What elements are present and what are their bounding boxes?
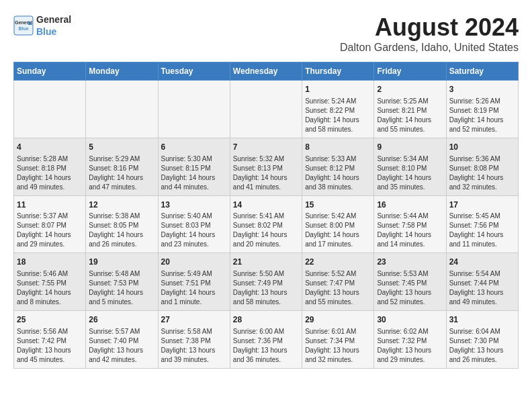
- day-info: Sunrise: 5:37 AM Sunset: 8:07 PM Dayligh…: [17, 212, 83, 249]
- day-info: Sunrise: 5:30 AM Sunset: 8:15 PM Dayligh…: [161, 154, 227, 192]
- day-info: Sunrise: 5:50 AM Sunset: 7:49 PM Dayligh…: [233, 269, 299, 307]
- calendar-cell: 9Sunrise: 5:34 AM Sunset: 8:10 PM Daylig…: [374, 138, 446, 195]
- weekday-header-sunday: Sunday: [14, 62, 86, 81]
- day-number: 25: [17, 314, 83, 326]
- day-info: Sunrise: 5:24 AM Sunset: 8:22 PM Dayligh…: [305, 97, 371, 134]
- calendar-cell: 20Sunrise: 5:49 AM Sunset: 7:51 PM Dayli…: [158, 253, 230, 311]
- day-number: 18: [17, 257, 83, 268]
- page-header: August 2024 Dalton Gardens, Idaho, Unite…: [340, 13, 519, 54]
- calendar-cell: 28Sunrise: 6:00 AM Sunset: 7:36 PM Dayli…: [230, 311, 302, 369]
- day-info: Sunrise: 5:44 AM Sunset: 7:58 PM Dayligh…: [377, 212, 443, 249]
- day-number: 14: [233, 199, 299, 211]
- day-number: 5: [89, 142, 154, 153]
- day-info: Sunrise: 5:41 AM Sunset: 8:02 PM Dayligh…: [233, 212, 299, 249]
- logo-blue: Blue: [36, 26, 56, 37]
- day-number: 12: [89, 199, 154, 211]
- day-info: Sunrise: 5:32 AM Sunset: 8:13 PM Dayligh…: [233, 154, 299, 192]
- day-number: 29: [305, 314, 371, 326]
- calendar-cell: 8Sunrise: 5:33 AM Sunset: 8:12 PM Daylig…: [302, 138, 374, 195]
- calendar-cell: 16Sunrise: 5:44 AM Sunset: 7:58 PM Dayli…: [374, 195, 446, 253]
- calendar-cell: 3Sunrise: 5:26 AM Sunset: 8:19 PM Daylig…: [446, 81, 518, 138]
- calendar-cell: 13Sunrise: 5:40 AM Sunset: 8:03 PM Dayli…: [158, 195, 230, 253]
- day-number: 22: [305, 257, 371, 268]
- weekday-header-monday: Monday: [86, 62, 158, 81]
- day-number: 10: [449, 142, 515, 153]
- day-number: 9: [377, 142, 443, 153]
- page-title: August 2024: [340, 13, 519, 42]
- day-info: Sunrise: 5:33 AM Sunset: 8:12 PM Dayligh…: [305, 154, 371, 192]
- calendar-cell: 26Sunrise: 5:57 AM Sunset: 7:40 PM Dayli…: [86, 311, 158, 369]
- calendar-cell: 5Sunrise: 5:29 AM Sunset: 8:16 PM Daylig…: [86, 138, 158, 195]
- calendar-cell: 11Sunrise: 5:37 AM Sunset: 8:07 PM Dayli…: [14, 195, 86, 253]
- calendar-cell: 4Sunrise: 5:28 AM Sunset: 8:18 PM Daylig…: [14, 138, 86, 195]
- day-number: 17: [449, 199, 515, 211]
- day-number: 11: [17, 199, 83, 211]
- day-number: 24: [449, 257, 515, 268]
- calendar-cell: 23Sunrise: 5:53 AM Sunset: 7:45 PM Dayli…: [374, 253, 446, 311]
- day-number: 26: [89, 314, 154, 326]
- calendar-cell: 12Sunrise: 5:38 AM Sunset: 8:05 PM Dayli…: [86, 195, 158, 253]
- page-subtitle: Dalton Gardens, Idaho, United States: [340, 42, 519, 54]
- calendar-cell: [230, 81, 302, 138]
- day-info: Sunrise: 6:04 AM Sunset: 7:30 PM Dayligh…: [449, 327, 515, 365]
- day-info: Sunrise: 5:49 AM Sunset: 7:51 PM Dayligh…: [161, 269, 227, 307]
- day-number: 27: [161, 314, 227, 326]
- day-number: 30: [377, 314, 443, 326]
- day-number: 16: [377, 199, 443, 211]
- calendar-table: SundayMondayTuesdayWednesdayThursdayFrid…: [13, 62, 519, 369]
- logo-general: General: [36, 14, 71, 25]
- day-info: Sunrise: 5:48 AM Sunset: 7:53 PM Dayligh…: [89, 269, 154, 307]
- weekday-header-tuesday: Tuesday: [158, 62, 230, 81]
- day-number: 23: [377, 257, 443, 268]
- day-info: Sunrise: 5:57 AM Sunset: 7:40 PM Dayligh…: [89, 327, 154, 365]
- day-number: 31: [449, 314, 515, 326]
- day-number: 8: [305, 142, 371, 153]
- day-info: Sunrise: 5:40 AM Sunset: 8:03 PM Dayligh…: [161, 212, 227, 249]
- svg-text:Blue: Blue: [18, 26, 28, 31]
- day-number: 1: [305, 84, 371, 95]
- svg-rect-0: [14, 16, 33, 35]
- calendar-cell: 10Sunrise: 5:36 AM Sunset: 8:08 PM Dayli…: [446, 138, 518, 195]
- day-info: Sunrise: 6:01 AM Sunset: 7:34 PM Dayligh…: [305, 327, 371, 365]
- calendar-cell: 21Sunrise: 5:50 AM Sunset: 7:49 PM Dayli…: [230, 253, 302, 311]
- day-number: 2: [377, 84, 443, 95]
- day-info: Sunrise: 5:58 AM Sunset: 7:38 PM Dayligh…: [161, 327, 227, 365]
- calendar-cell: 31Sunrise: 6:04 AM Sunset: 7:30 PM Dayli…: [446, 311, 518, 369]
- day-number: 3: [449, 84, 515, 95]
- day-info: Sunrise: 5:52 AM Sunset: 7:47 PM Dayligh…: [305, 269, 371, 307]
- weekday-header-friday: Friday: [374, 62, 446, 81]
- day-info: Sunrise: 5:29 AM Sunset: 8:16 PM Dayligh…: [89, 154, 154, 192]
- weekday-header-saturday: Saturday: [446, 62, 518, 81]
- day-info: Sunrise: 5:45 AM Sunset: 7:56 PM Dayligh…: [449, 212, 515, 249]
- day-number: 6: [161, 142, 227, 153]
- calendar-cell: 15Sunrise: 5:42 AM Sunset: 8:00 PM Dayli…: [302, 195, 374, 253]
- calendar-cell: 30Sunrise: 6:02 AM Sunset: 7:32 PM Dayli…: [374, 311, 446, 369]
- logo: General Blue General Blue: [13, 13, 71, 38]
- day-info: Sunrise: 5:28 AM Sunset: 8:18 PM Dayligh…: [17, 154, 83, 192]
- day-number: 15: [305, 199, 371, 211]
- calendar-cell: 24Sunrise: 5:54 AM Sunset: 7:44 PM Dayli…: [446, 253, 518, 311]
- day-info: Sunrise: 5:25 AM Sunset: 8:21 PM Dayligh…: [377, 97, 443, 134]
- calendar-cell: 6Sunrise: 5:30 AM Sunset: 8:15 PM Daylig…: [158, 138, 230, 195]
- day-info: Sunrise: 5:46 AM Sunset: 7:55 PM Dayligh…: [17, 269, 83, 307]
- calendar-cell: 18Sunrise: 5:46 AM Sunset: 7:55 PM Dayli…: [14, 253, 86, 311]
- day-info: Sunrise: 5:42 AM Sunset: 8:00 PM Dayligh…: [305, 212, 371, 249]
- day-info: Sunrise: 5:38 AM Sunset: 8:05 PM Dayligh…: [89, 212, 154, 249]
- day-info: Sunrise: 5:54 AM Sunset: 7:44 PM Dayligh…: [449, 269, 515, 307]
- calendar-cell: 29Sunrise: 6:01 AM Sunset: 7:34 PM Dayli…: [302, 311, 374, 369]
- day-info: Sunrise: 5:26 AM Sunset: 8:19 PM Dayligh…: [449, 97, 515, 134]
- calendar-cell: 22Sunrise: 5:52 AM Sunset: 7:47 PM Dayli…: [302, 253, 374, 311]
- calendar-cell: [158, 81, 230, 138]
- calendar-cell: 17Sunrise: 5:45 AM Sunset: 7:56 PM Dayli…: [446, 195, 518, 253]
- day-number: 13: [161, 199, 227, 211]
- day-info: Sunrise: 5:53 AM Sunset: 7:45 PM Dayligh…: [377, 269, 443, 307]
- calendar-cell: 7Sunrise: 5:32 AM Sunset: 8:13 PM Daylig…: [230, 138, 302, 195]
- day-number: 4: [17, 142, 83, 153]
- day-info: Sunrise: 5:56 AM Sunset: 7:42 PM Dayligh…: [17, 327, 83, 365]
- calendar-cell: 25Sunrise: 5:56 AM Sunset: 7:42 PM Dayli…: [14, 311, 86, 369]
- day-number: 28: [233, 314, 299, 326]
- day-info: Sunrise: 6:02 AM Sunset: 7:32 PM Dayligh…: [377, 327, 443, 365]
- calendar-cell: [14, 81, 86, 138]
- weekday-header-wednesday: Wednesday: [230, 62, 302, 81]
- day-number: 20: [161, 257, 227, 268]
